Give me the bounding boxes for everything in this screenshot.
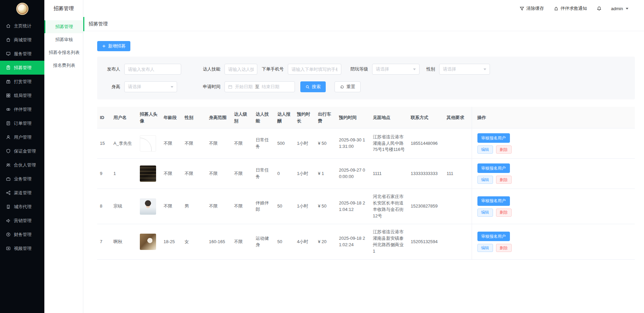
gender-select[interactable]: 请选择 xyxy=(439,64,490,75)
cell-location: 河北省石家庄市长安区长丰街道丰收路与金石街12号 xyxy=(370,189,408,224)
cell-age: 18-25 xyxy=(161,224,182,259)
sidebar-item-mall[interactable]: 商城管理 xyxy=(0,33,44,47)
cell-username: 宗锐 xyxy=(111,189,137,224)
submenu-panel: 招募管理 招募管理 招募审核 招募令报名列表 报名费列表 xyxy=(44,0,83,313)
sidebar-item-label: 招募管理 xyxy=(14,65,31,71)
sidebar-item-business[interactable]: 业务管理 xyxy=(0,172,44,186)
search-label: 搜索 xyxy=(312,84,321,90)
delete-button[interactable]: 删除 xyxy=(496,209,512,217)
sidebar-item-reward[interactable]: 打赏管理 xyxy=(0,75,44,89)
sidebar-item-label: 营销管理 xyxy=(14,218,31,224)
sidebar-item-finance[interactable]: 财务管理 xyxy=(0,228,44,241)
cell-id: 8 xyxy=(97,189,111,224)
sidebar: 主页统计 商城管理 服务管理 招募管理 打赏管理 组局管理 xyxy=(0,0,44,313)
height-label: 身高 xyxy=(107,84,120,90)
sidebar-item-deposit[interactable]: 保证金管理 xyxy=(0,144,44,158)
recruiter-avatar xyxy=(140,198,156,215)
sidebar-item-companion[interactable]: 伴伴管理 xyxy=(0,102,44,116)
calendar-icon xyxy=(228,84,233,89)
sidebar-item-label: 商城管理 xyxy=(14,37,31,43)
filter-row-1: 发布人 达人技能 下单手机号 陪玩等级 请选择 性别 请选择 xyxy=(107,64,625,75)
skill-input[interactable] xyxy=(224,64,257,75)
submenu-item-fee-list[interactable]: 报名费列表 xyxy=(44,59,83,72)
sidebar-item-users[interactable]: 用户管理 xyxy=(0,130,44,144)
submenu-item-signup-list[interactable]: 招募令报名列表 xyxy=(44,46,83,59)
topbar: 清除缓存 伴伴求救通知 admin xyxy=(83,0,644,17)
cell-other xyxy=(444,129,472,159)
height-select[interactable]: 请选择 xyxy=(124,81,177,92)
cell-height: 160-165 xyxy=(206,224,231,259)
submenu-item-label: 招募审核 xyxy=(56,37,73,43)
col-header-level: 达人级别 xyxy=(231,107,253,129)
grid-icon xyxy=(6,93,11,98)
document-icon xyxy=(6,121,11,126)
gender-label: 性别 xyxy=(426,66,435,72)
sidebar-item-city-agent[interactable]: 城市代理 xyxy=(0,200,44,214)
sos-notice-button[interactable]: 伴伴求救通知 xyxy=(554,5,587,12)
edit-button[interactable]: 编辑 xyxy=(477,244,493,252)
cell-contact: 15205132594 xyxy=(408,224,444,259)
submenu-item-recruitment[interactable]: 招募管理 xyxy=(44,20,83,33)
search-button[interactable]: 搜索 xyxy=(300,81,326,92)
sidebar-item-label: 保证金管理 xyxy=(14,148,36,154)
sidebar-item-label: 订单管理 xyxy=(14,120,31,126)
cell-contact: 15230827859 xyxy=(408,189,444,224)
cell-fare: ¥ 50 xyxy=(315,189,336,224)
sidebar-item-recruitment[interactable]: 招募管理 xyxy=(0,61,44,75)
delete-button[interactable]: 删除 xyxy=(496,145,512,154)
sidebar-item-service[interactable]: 服务管理 xyxy=(0,47,44,61)
reset-label: 重置 xyxy=(346,84,355,90)
sidebar-item-label: 组局管理 xyxy=(14,93,31,99)
sidebar-item-group[interactable]: 组局管理 xyxy=(0,89,44,102)
user-menu[interactable]: admin xyxy=(611,6,628,11)
cell-fare: ¥ 50 xyxy=(315,129,336,159)
monitor-icon xyxy=(6,51,11,56)
publisher-input[interactable] xyxy=(124,64,181,75)
page-title: 招募管理 xyxy=(89,21,108,27)
play-level-select[interactable]: 请选择 xyxy=(372,64,420,75)
submenu-items: 招募管理 招募审核 招募令报名列表 报名费列表 xyxy=(44,17,83,72)
date-separator: 至 xyxy=(255,84,259,90)
logo-area xyxy=(0,0,44,18)
cell-gender: 女 xyxy=(182,224,206,259)
review-signup-users-button[interactable]: 审核报名用户 xyxy=(477,133,510,143)
building-icon xyxy=(6,204,11,209)
delete-button[interactable]: 删除 xyxy=(496,244,512,252)
sidebar-item-channel[interactable]: 渠道管理 xyxy=(0,186,44,200)
edit-button[interactable]: 编辑 xyxy=(477,145,493,154)
edit-button[interactable]: 编辑 xyxy=(477,176,493,184)
order-phone-input[interactable] xyxy=(288,64,341,75)
cell-skill: 日常任务 xyxy=(253,129,275,159)
sos-notice-label: 伴伴求救通知 xyxy=(561,5,587,12)
review-signup-users-button[interactable]: 审核报名用户 xyxy=(477,163,510,173)
sidebar-item-home-stats[interactable]: 主页统计 xyxy=(0,19,44,33)
sidebar-item-orders[interactable]: 订单管理 xyxy=(0,116,44,130)
submenu-item-recruitment-review[interactable]: 招募审核 xyxy=(44,33,83,46)
recruitment-table: ID 用户名 招募人头像 年龄段 性别 身高范围 达人级别 达人技能 达人报酬 … xyxy=(97,107,635,260)
cell-gender: 男 xyxy=(182,189,206,224)
add-recruitment-button[interactable]: 新增招募 xyxy=(97,41,130,51)
clear-cache-button[interactable]: 清除缓存 xyxy=(519,5,544,12)
review-signup-users-button[interactable]: 审核报名用户 xyxy=(477,232,510,241)
apply-time-daterange[interactable]: 开始日期 至 结束日期 xyxy=(224,81,295,92)
two-circles-icon xyxy=(6,107,11,112)
review-signup-users-button[interactable]: 审核报名用户 xyxy=(477,196,510,206)
reset-button[interactable]: 重置 xyxy=(335,81,361,92)
sidebar-item-partner[interactable]: 合伙人管理 xyxy=(0,158,44,172)
recruiter-avatar xyxy=(140,165,156,182)
delete-button[interactable]: 删除 xyxy=(496,176,512,184)
sidebar-item-video[interactable]: 视频管理 xyxy=(0,241,44,255)
chevron-down-icon xyxy=(171,86,173,88)
page-content: 新增招募 发布人 达人技能 下单手机号 陪玩等级 请选择 性别 xyxy=(83,31,644,313)
app-layout: 主页统计 商城管理 服务管理 招募管理 打赏管理 组局管理 xyxy=(0,0,644,313)
edit-button[interactable]: 编辑 xyxy=(477,209,493,217)
cell-age: 不限 xyxy=(161,159,182,189)
apply-time-label: 申请时间 xyxy=(203,84,220,90)
clear-cache-icon xyxy=(519,6,524,11)
end-date-placeholder: 结束日期 xyxy=(262,84,279,90)
cell-level: 不限 xyxy=(231,189,253,224)
sidebar-item-marketing[interactable]: 营销管理 xyxy=(0,214,44,228)
notifications-button[interactable] xyxy=(597,6,602,11)
cell-time: 2025-09-30 11:31:00 xyxy=(336,129,370,159)
recruiter-avatar xyxy=(140,234,156,250)
